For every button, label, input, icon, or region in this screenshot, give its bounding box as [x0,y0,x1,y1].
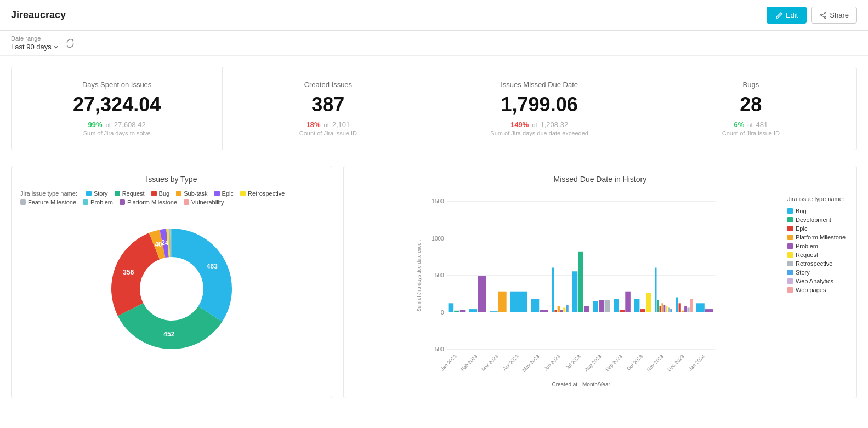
y-axis-tick: -500 [433,346,444,352]
bar-segment [619,310,625,312]
donut-segment [111,233,160,316]
bar-segment [614,299,619,312]
bar-segment [454,311,459,312]
y-axis-label: Sum of Jira days due date exce... [416,238,421,312]
bar-legend-color [787,261,793,266]
bar-legend: Jira issue type name:BugDevelopmentEpicP… [787,190,848,389]
metric-pct: 6% [734,121,745,129]
legend-item: Problem [83,199,113,206]
y-axis-tick: 1500 [432,198,444,204]
legend-item: Epic [214,190,234,197]
svg-line-3 [822,13,825,14]
legend-label: Sub-task [184,190,207,197]
bar-legend-item: Web pages [787,287,848,293]
metric-title: Bugs [661,81,841,89]
charts-row: Issues by Type Jira issue type name:Stor… [11,166,857,398]
bar-segment [663,305,665,312]
refresh-button[interactable] [64,37,76,49]
legend-label: Request [122,190,145,197]
legend-item: Request [115,190,145,197]
legend-color [20,199,26,205]
metric-title: Created Issues [238,81,418,89]
edit-icon [775,12,783,19]
share-button[interactable]: Share [811,7,857,24]
svg-point-0 [825,12,826,14]
bar-chart-wrapper: -500050010001500Sum of Jira days due dat… [353,190,782,389]
legend-color [120,199,125,205]
app-title: Jireaucracy [11,9,66,21]
bar-segment [552,268,554,312]
metric-compare: 2,101 [332,121,350,129]
metric-compare: 481 [756,121,768,129]
legend-item: Vulnerability [184,199,224,206]
legend-color [176,191,181,196]
bar-legend-color [787,217,793,222]
bar-legend-item: Epic [787,225,848,232]
share-icon [819,12,827,19]
legend-color [115,191,120,196]
x-axis-label: May 2023 [521,353,540,373]
x-axis-label: Apr 2023 [502,353,520,372]
x-axis-label: Mar 2023 [480,353,499,372]
bar-legend-color [787,252,793,258]
donut-label: 452 [163,330,174,338]
x-axis-label-title: Created at - Month/Year [552,381,610,387]
edit-button[interactable]: Edit [767,7,807,24]
bar-segment [687,307,689,312]
bar-segment [655,268,656,312]
date-range-selector[interactable]: Last 90 days [11,43,59,51]
metric-pct: 149% [510,121,529,129]
bar-segment [604,300,610,312]
metric-desc: Sum of Jira days to solve [27,130,207,136]
y-axis-tick: 1000 [432,236,444,242]
metric-compare: 1,208.32 [541,121,569,129]
bar-segment [584,306,589,312]
metric-of: of [106,122,111,128]
legend-item: Bug [151,190,170,197]
metric-title: Issues Missed Due Date [450,81,629,89]
bar-chart-card: Missed Due Date in History -500050010001… [343,166,857,398]
bar-segment [670,309,672,312]
svg-point-1 [825,16,826,18]
metric-card-2: Issues Missed Due Date 1,799.06 149% of … [434,67,645,150]
bar-segment [578,252,583,312]
donut-label: 356 [123,269,134,276]
bar-legend-color [787,208,793,214]
x-axis-label: Jun 2023 [543,353,561,372]
donut-chart-title: Issues by Type [20,175,323,184]
bar-segment [469,309,477,312]
x-axis-label: Oct 2023 [626,353,644,372]
legend-color [240,191,246,196]
x-axis-label: Sep 2023 [604,353,623,372]
metric-title: Days Spent on Issues [27,81,207,89]
metric-value: 387 [238,93,418,116]
bar-legend-item: Retrospective [787,260,848,267]
bar-segment [531,299,539,312]
donut-label: 463 [207,262,218,270]
metric-value: 27,324.04 [27,93,207,116]
bar-segment [593,301,598,312]
header-actions: Edit Share [767,7,857,24]
legend-color [151,191,157,196]
metric-sub: 99% of 27,608.42 [27,121,207,129]
bar-legend-color [787,243,793,249]
legend-item: Feature Milestone [20,199,76,206]
app-container: Jireaucracy Edit Share D [0,0,868,409]
bar-legend-item: Bug [787,208,848,214]
bar-segment [668,307,670,312]
bar-legend-label: Platform Milestone [796,234,846,241]
toolbar: Date range Last 90 days [0,31,868,56]
bar-legend-label: Problem [796,243,818,249]
bar-segment [696,303,705,312]
date-range-label: Date range [11,35,59,42]
bar-segment [684,306,687,312]
bar-segment [498,292,507,312]
bar-legend-item: Development [787,216,848,223]
bar-segment [448,303,453,312]
bar-segment [460,310,466,312]
bar-legend-color [787,287,793,293]
legend-item: Platform Milestone [120,199,177,206]
metric-sub: 149% of 1,208.32 [450,121,629,129]
legend-item: Retrospective [240,190,285,197]
bar-segment [566,305,568,312]
